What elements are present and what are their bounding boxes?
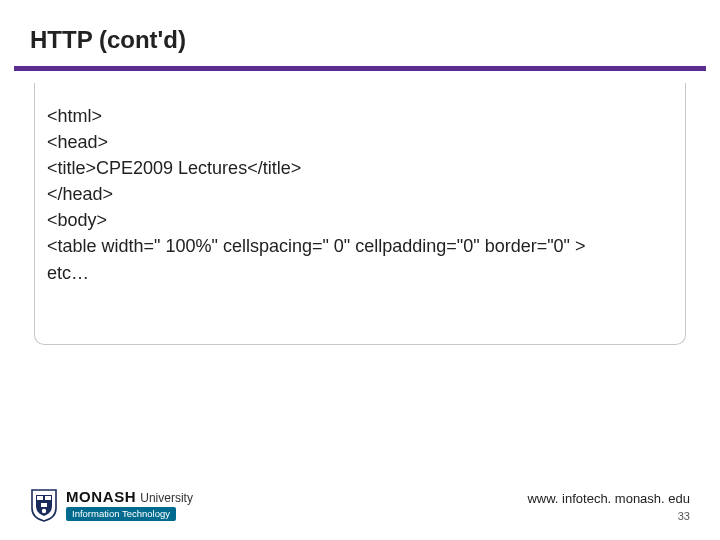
code-line: <table width=" 100%" cellspacing=" 0" ce… [47, 233, 677, 259]
slide-number: 33 [678, 510, 690, 522]
code-block: <html> <head> <title>CPE2009 Lectures</t… [43, 103, 677, 286]
title-area: HTTP (cont'd) [0, 0, 720, 66]
footer: MONASH University Information Technology… [0, 488, 720, 522]
svg-rect-0 [37, 496, 43, 500]
slide: HTTP (cont'd) <html> <head> <title>CPE20… [0, 0, 720, 540]
svg-rect-2 [41, 503, 47, 507]
logo-monash-text: MONASH [66, 489, 136, 504]
svg-point-3 [42, 509, 46, 513]
code-line: <head> [47, 129, 677, 155]
logo-university-text: University [140, 492, 193, 504]
logo-subunit: Information Technology [66, 507, 176, 521]
accent-rule [14, 66, 706, 71]
logo-block: MONASH University Information Technology [30, 488, 193, 522]
svg-rect-1 [45, 496, 51, 500]
footer-url: www. infotech. monash. edu [527, 491, 690, 506]
code-line: <body> [47, 207, 677, 233]
footer-right: www. infotech. monash. edu 33 [527, 491, 690, 522]
code-line: <title>CPE2009 Lectures</title> [47, 155, 677, 181]
code-line: etc… [47, 260, 677, 286]
content-frame: <html> <head> <title>CPE2009 Lectures</t… [34, 83, 686, 345]
logo-main: MONASH University [66, 489, 193, 504]
page-title: HTTP (cont'd) [30, 26, 690, 54]
shield-icon [30, 488, 58, 522]
code-line: </head> [47, 181, 677, 207]
logo-text: MONASH University Information Technology [66, 489, 193, 521]
code-line: <html> [47, 103, 677, 129]
